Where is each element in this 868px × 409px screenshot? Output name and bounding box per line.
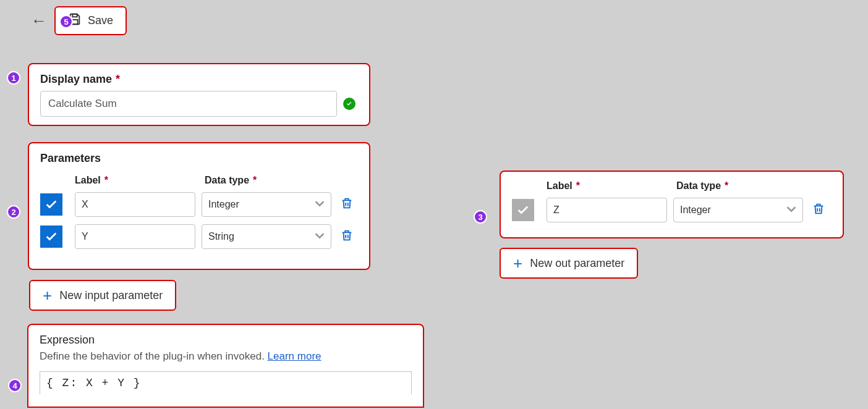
delete-param-button[interactable]: [340, 229, 354, 245]
col-label-header: Label*: [75, 175, 205, 186]
parameters-header: Label* Data type*: [40, 175, 358, 186]
callout-4: 4: [8, 379, 22, 392]
learn-more-link[interactable]: Learn more: [268, 350, 321, 362]
check-circle-icon: [343, 98, 355, 110]
delete-param-button[interactable]: [340, 196, 354, 213]
new-out-parameter-button[interactable]: + New out parameter: [500, 248, 638, 279]
callout-5: 5: [59, 15, 73, 28]
input-parameters-section: Parameters Label* Data type*: [28, 142, 370, 270]
col-datatype-header: Data type*: [205, 175, 334, 186]
param-label-input[interactable]: [547, 198, 667, 222]
save-label: Save: [88, 14, 113, 27]
display-name-section: Display name*: [28, 63, 370, 126]
param-datatype-select[interactable]: [202, 192, 331, 217]
param-checkbox-disabled: [512, 199, 534, 221]
new-input-parameter-button[interactable]: + New input parameter: [29, 280, 176, 311]
delete-param-button[interactable]: [812, 202, 825, 218]
param-label-input[interactable]: [75, 192, 195, 217]
new-out-label: New out parameter: [530, 257, 624, 270]
plus-icon: +: [43, 287, 52, 303]
expression-code-input[interactable]: { Z: X + Y }: [40, 371, 412, 394]
parameters-header: Label* Data type*: [512, 180, 832, 192]
param-checkbox[interactable]: [40, 193, 62, 216]
display-name-label: Display name*: [40, 73, 358, 86]
toolbar: ← Save: [31, 6, 127, 35]
param-datatype-select[interactable]: [673, 198, 803, 222]
expression-subtitle: Define the behavior of the plug-in when …: [40, 350, 412, 363]
required-asterisk: *: [116, 73, 120, 85]
back-arrow-icon[interactable]: ←: [31, 11, 47, 30]
output-parameters-section: Label* Data type*: [500, 171, 844, 238]
display-name-input[interactable]: [40, 91, 337, 117]
svg-rect-0: [72, 14, 77, 17]
input-param-row: [40, 224, 358, 249]
expression-title: Expression: [40, 334, 412, 347]
param-datatype-select[interactable]: [202, 224, 331, 249]
parameters-title: Parameters: [40, 152, 358, 165]
output-param-row: [512, 198, 832, 222]
callout-1: 1: [7, 71, 20, 85]
param-checkbox[interactable]: [40, 226, 62, 248]
callout-2: 2: [7, 205, 20, 219]
expression-section: Expression Define the behavior of the pl…: [27, 324, 424, 408]
display-name-label-text: Display name: [40, 73, 112, 85]
param-label-input[interactable]: [75, 224, 195, 249]
input-param-row: [40, 192, 358, 217]
col-datatype-header: Data type*: [676, 180, 806, 192]
new-input-label: New input parameter: [59, 289, 163, 302]
col-label-header: Label*: [547, 180, 676, 192]
plus-icon: +: [513, 255, 522, 271]
callout-3: 3: [474, 210, 487, 224]
